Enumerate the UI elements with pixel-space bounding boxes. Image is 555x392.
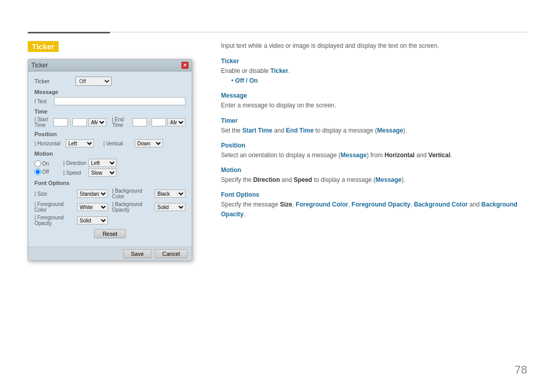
help-ticker-heading: Ticker (221, 58, 527, 65)
help-ticker: Ticker Enable or disable Ticker. • Off /… (221, 58, 527, 86)
fg-color-label: | Foreground Color (34, 201, 76, 213)
end-hour-input[interactable]: 12 (133, 118, 147, 126)
help-ticker-body: Enable or disable Ticker. • Off / On (221, 66, 527, 86)
motion-options: | Direction LeftRight | Speed SlowNormal… (63, 159, 117, 177)
motion-on-radio[interactable] (34, 160, 41, 167)
start-time-label: | Start Time (34, 117, 52, 128)
size-select[interactable]: StandardSmallLarge (77, 190, 108, 198)
message-input[interactable] (54, 97, 186, 105)
text-prefix: I Text (34, 99, 54, 104)
ticker-dialog: Ticker ✕ Ticker Off On Message I Text (28, 59, 192, 261)
message-section-label: Message (34, 89, 186, 95)
fg-color-select[interactable]: WhiteBlack (77, 203, 108, 211)
help-font-options-heading: Font Options (221, 191, 527, 198)
bg-opacity-label: | Background Opacity (112, 201, 153, 213)
motion-radio-group: On Off (34, 159, 49, 177)
end-ampm-select[interactable]: AMPM (168, 118, 186, 126)
message-row: I Text (34, 97, 186, 105)
start-hour-input[interactable]: 12 (53, 118, 68, 126)
horizontal-select[interactable]: LeftRightCenter (66, 139, 94, 147)
fg-color-row: | Foreground Color WhiteBlack (34, 201, 108, 213)
vertical-select[interactable]: DownUp (135, 139, 163, 147)
dialog-titlebar: Ticker ✕ (28, 60, 192, 71)
position-section-label: Position (34, 131, 186, 137)
help-position-heading: Position (221, 142, 527, 149)
dialog-title: Ticker (31, 62, 48, 69)
help-motion: Motion Specify the Direction and Speed t… (221, 166, 527, 185)
help-timer-heading: Timer (221, 117, 527, 124)
page-number: 78 (515, 363, 527, 377)
cancel-button[interactable]: Cancel (155, 249, 188, 258)
motion-off-label[interactable]: Off (34, 169, 49, 175)
help-motion-heading: Motion (221, 166, 527, 174)
size-row: | Size StandardSmallLarge (34, 188, 108, 199)
ticker-row: Ticker Off On (34, 77, 186, 86)
size-label: | Size (34, 191, 76, 197)
speed-label: | Speed (63, 170, 86, 176)
ticker-label: Ticker (34, 78, 76, 84)
dialog-close-button[interactable]: ✕ (181, 62, 189, 69)
right-section: Input text while a video or image is dis… (221, 41, 527, 226)
dialog-footer: Save Cancel (28, 247, 192, 260)
fg-opacity-label: | Foreground Opacity (34, 215, 76, 226)
dialog-body: Ticker Off On Message I Text Time | Star… (28, 71, 192, 247)
help-font-options-body: Specify the message Size, Foreground Col… (221, 200, 527, 219)
bg-opacity-select[interactable]: SolidTransparent (155, 203, 186, 211)
start-min-input[interactable]: 00 (72, 118, 87, 126)
help-message-body: Enter a message to display on the screen… (221, 101, 527, 110)
section-title-badge: Ticker (28, 41, 228, 59)
help-message: Message Enter a message to display on th… (221, 92, 527, 110)
fg-opacity-select[interactable]: SolidTransparent (77, 216, 108, 225)
direction-label: | Direction (63, 160, 86, 166)
help-timer: Timer Set the Start Time and End Time to… (221, 117, 527, 136)
end-min-input[interactable]: 03 (152, 118, 166, 126)
motion-section-label: Motion (34, 151, 186, 157)
bg-color-label: | Background Color (112, 188, 153, 199)
bg-opacity-row: | Background Opacity SolidTransparent (112, 201, 186, 213)
intro-text: Input text while a video or image is dis… (221, 41, 527, 50)
direction-select[interactable]: LeftRight (88, 159, 117, 167)
time-section-label: Time (34, 108, 186, 115)
fg-opacity-row: | Foreground Opacity SolidTransparent (34, 215, 108, 226)
left-section: Ticker Ticker ✕ Ticker Off On Message (28, 41, 228, 261)
ticker-select[interactable]: Off On (76, 77, 112, 86)
motion-on-label[interactable]: On (34, 160, 49, 167)
end-time-label: | End Time (112, 117, 131, 128)
help-message-heading: Message (221, 92, 527, 99)
help-position: Position Select an orientation to displa… (221, 142, 527, 160)
motion-container: On Off | Direction LeftRight (34, 159, 186, 177)
start-ampm-select[interactable]: AMPM (88, 118, 106, 126)
help-motion-body: Specify the Direction and Speed to displ… (221, 175, 527, 185)
horizontal-label: | Horizontal (34, 141, 63, 146)
vertical-label: | Vertical (103, 141, 132, 146)
bg-color-select[interactable]: BlackWhite (155, 190, 186, 198)
help-position-body: Select an orientation to display a messa… (221, 151, 527, 160)
top-rule-accent (28, 32, 110, 33)
time-row: | Start Time 12 : 00 AMPM | End Time 12 … (34, 117, 186, 128)
font-options-section-label: Font Options (34, 180, 186, 186)
font-options-grid: | Size StandardSmallLarge | Background C… (34, 188, 186, 226)
direction-row: | Direction LeftRight (63, 159, 117, 167)
reset-button[interactable]: Reset (94, 229, 126, 238)
help-timer-body: Set the Start Time and End Time to displ… (221, 126, 527, 136)
help-font-options: Font Options Specify the message Size, F… (221, 191, 527, 219)
speed-row: | Speed SlowNormalFast (63, 169, 117, 177)
motion-off-radio[interactable] (34, 169, 41, 175)
position-row: | Horizontal LeftRightCenter | Vertical … (34, 139, 186, 147)
speed-select[interactable]: SlowNormalFast (88, 169, 117, 177)
save-button[interactable]: Save (123, 249, 152, 258)
bg-color-row: | Background Color BlackWhite (112, 188, 186, 199)
